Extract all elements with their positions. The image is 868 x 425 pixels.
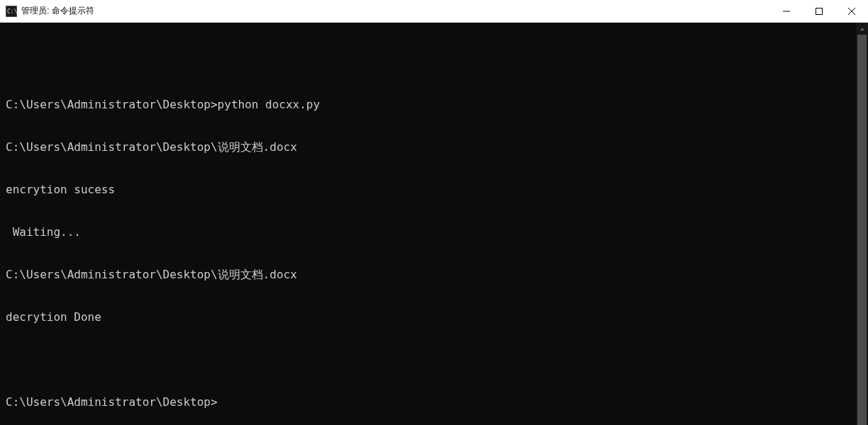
terminal-line: C:\Users\Administrator\Desktop\说明文档.docx (6, 268, 850, 282)
maximize-button[interactable] (803, 0, 835, 23)
terminal-area: C:\Users\Administrator\Desktop>python do… (0, 23, 868, 425)
terminal-line: encrytion sucess (6, 183, 850, 197)
terminal-cursor (218, 396, 224, 409)
vertical-scrollbar[interactable] (856, 23, 868, 425)
terminal-output[interactable]: C:\Users\Administrator\Desktop>python do… (0, 23, 856, 425)
window-title: 管理员: 命令提示符 (21, 5, 94, 17)
svg-marker-6 (860, 28, 864, 30)
minimize-button[interactable] (770, 0, 803, 23)
close-button[interactable] (835, 0, 868, 23)
scroll-up-arrow[interactable] (856, 23, 868, 35)
command-prompt-window: C:\ 管理员: 命令提示符 C:\Users\Administrator\De… (0, 0, 868, 425)
titlebar[interactable]: C:\ 管理员: 命令提示符 (0, 0, 868, 23)
svg-text:C:\: C:\ (7, 8, 17, 15)
terminal-line: C:\Users\Administrator\Desktop>python do… (6, 98, 850, 112)
terminal-line: Waiting... (6, 225, 850, 239)
cmd-icon: C:\ (6, 6, 17, 17)
terminal-prompt-line: C:\Users\Administrator\Desktop> (6, 395, 850, 409)
terminal-line (6, 55, 850, 69)
terminal-prompt: C:\Users\Administrator\Desktop> (6, 395, 218, 409)
terminal-line: decrytion Done (6, 310, 850, 324)
scroll-thumb[interactable] (857, 35, 867, 425)
scroll-track[interactable] (856, 35, 868, 425)
window-controls (770, 0, 868, 22)
titlebar-left: C:\ 管理员: 命令提示符 (0, 5, 94, 17)
svg-rect-3 (816, 8, 823, 15)
terminal-line: C:\Users\Administrator\Desktop\说明文档.docx (6, 140, 850, 154)
terminal-line (6, 353, 850, 367)
